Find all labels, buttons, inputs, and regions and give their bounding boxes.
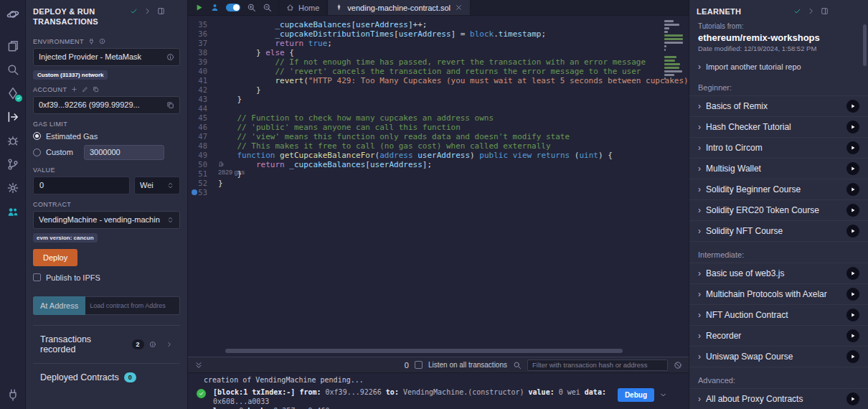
tutorial-item[interactable]: ›Basics of Remix [689,96,868,117]
value-unit-select[interactable]: Wei [134,177,180,194]
tutorial-item[interactable]: ›Solidity NFT Course [689,221,868,242]
source-control-icon[interactable] [4,156,22,173]
editor-horizontal-scrollbar[interactable] [225,349,623,353]
play-tutorial-button[interactable] [846,350,859,363]
settings-icon[interactable] [4,386,22,403]
code-line[interactable]: 39 // If not enough time has passed, rev… [188,57,660,67]
tab-home[interactable]: Home [278,0,327,15]
play-tutorial-button[interactable] [846,309,859,321]
at-address-button[interactable]: At Address [33,296,85,315]
debugger-icon[interactable] [4,132,22,149]
custom-gas-radio[interactable] [33,149,41,156]
terminal-filter-input[interactable] [527,359,668,371]
code-line[interactable]: 41 revert("HTTP 429: Too Many Cupcakes (… [188,76,660,85]
code-line[interactable]: 36 _cupcakeDistributionTimes[userAddress… [188,29,660,39]
estimated-gas-option[interactable]: Estimated Gas [33,132,180,141]
tutorial-item[interactable]: ›NFT Auction Contract [689,305,868,326]
solidity-compiler-icon[interactable] [4,85,22,102]
code-line[interactable]: 47 // 'view' means this function only re… [188,132,660,141]
terminal-tx-entry[interactable]: [block:1 txIndex:-] from: 0xf39...92266 … [188,385,689,409]
code-line[interactable]: 50 return _cupcakeBalances[userAddress]; [188,160,660,169]
close-tab-icon[interactable] [455,4,463,11]
import-tutorial-repo-link[interactable]: › Import another tutorial repo [689,52,868,75]
toggle-switch[interactable] [226,4,240,11]
code-line[interactable]: 45 // Function to check how many cupcake… [188,113,660,123]
tutorial-item[interactable]: ›Uniswap Swap Course [689,347,868,367]
code-line[interactable]: 40 // 'revert' cancels the transaction a… [188,67,660,76]
code-line[interactable]: 44 [188,104,660,113]
deploy-button[interactable]: Deploy [33,249,77,266]
tutorial-item[interactable]: ›Intro to Circom [689,138,868,159]
play-tutorial-button[interactable] [846,162,859,175]
debug-button[interactable]: Debug [618,388,654,402]
code-editor[interactable]: 35 _cupcakeBalances[userAddress]++;36 _c… [188,16,689,357]
tutorial-item[interactable]: ›Recorder [689,326,868,347]
code-line[interactable]: 35 _cupcakeBalances[userAddress]++; [188,20,660,29]
file-explorer-icon[interactable] [4,37,22,55]
code-line[interactable]: 51 } [188,169,660,179]
account-select[interactable]: 0xf39...92266 (9999.99929... [33,96,180,114]
contract-select[interactable]: VendingMachine - vending-machin [33,211,180,229]
play-tutorial-button[interactable] [846,329,859,342]
minimap[interactable] [664,19,686,88]
play-tutorial-button[interactable] [846,225,859,238]
tutorial-item[interactable]: ›Solidity Beginner Course [689,179,868,200]
code-line[interactable]: 49 function getCupcakeBalanceFor(address… [188,151,660,160]
pin-panel-icon[interactable] [821,7,829,15]
info-icon[interactable] [99,38,105,44]
copy-icon[interactable] [166,101,174,109]
listen-all-checkbox[interactable] [415,361,423,369]
custom-gas-option[interactable]: Custom [33,145,180,160]
publish-ipfs-option[interactable]: Publish to IPFS [33,273,180,282]
zoom-in-icon[interactable] [247,3,256,12]
play-tutorial-button[interactable] [846,183,859,196]
play-tutorial-button[interactable] [846,288,859,301]
learneth-scrollbar[interactable] [863,24,867,66]
plug-icon[interactable] [88,38,95,44]
tutorial-item[interactable]: ›Multichain Protocols with Axelar [689,284,868,305]
play-tutorial-button[interactable] [846,204,859,217]
deployed-contracts-row[interactable]: Deployed Contracts 0 [33,363,180,391]
play-tutorial-button[interactable] [846,141,859,154]
custom-gas-input[interactable] [84,145,164,160]
code-line[interactable]: 52} [188,179,660,188]
code-line[interactable]: 46 // 'public' means anyone can call thi… [188,123,660,132]
tab-file[interactable]: vending-machine-contract.sol [327,0,471,15]
code-line[interactable]: 37 return true; [188,39,660,48]
tutorial-item[interactable]: ›Basic use of web3.js [689,263,868,284]
terminal-collapse-icon[interactable] [194,361,203,370]
plugin-manager-icon[interactable] [4,179,22,197]
chevron-right-icon[interactable] [143,7,151,15]
code-line[interactable]: 43 } [188,95,660,104]
code-line[interactable]: 53 [188,188,660,197]
play-tutorial-button[interactable] [846,392,859,405]
breakpoint-dot[interactable] [192,189,197,195]
publish-ipfs-checkbox[interactable] [33,273,41,281]
play-tutorial-button[interactable] [846,100,859,113]
transactions-recorded-row[interactable]: Transactions recorded 2 [33,325,180,363]
environment-select[interactable]: Injected Provider - MetaMask [33,48,180,66]
search-icon[interactable] [4,61,22,78]
chevron-right-icon[interactable] [807,7,815,15]
info-icon[interactable] [166,53,174,61]
tutorial-item[interactable]: ›Solidity ERC20 Token Course [689,200,868,221]
terminal-search-icon[interactable] [513,361,522,370]
pin-panel-icon[interactable] [157,7,165,15]
zoom-out-icon[interactable] [263,3,272,12]
tutorial-item[interactable]: ›Multisig Wallet [689,159,868,179]
value-input[interactable] [33,177,130,194]
play-tutorial-button[interactable] [846,267,859,280]
tutorial-item[interactable]: ›Hash Checker Tutorial [689,117,868,138]
learneth-plugin-icon[interactable] [4,203,22,220]
clear-console-icon[interactable] [674,361,682,370]
run-script-icon[interactable] [194,3,204,12]
edit-icon[interactable] [82,86,88,93]
code-line[interactable]: 48 // This makes it free to call (no gas… [188,141,660,151]
play-tutorial-button[interactable] [846,121,859,133]
copy-icon[interactable] [93,86,99,93]
code-line[interactable]: 42 } [188,85,660,95]
expand-tx-icon[interactable] [659,391,667,399]
estimated-gas-radio[interactable] [33,132,41,140]
tutorial-item[interactable]: ›All about Proxy Contracts [689,389,868,409]
assistant-icon[interactable] [210,3,220,12]
